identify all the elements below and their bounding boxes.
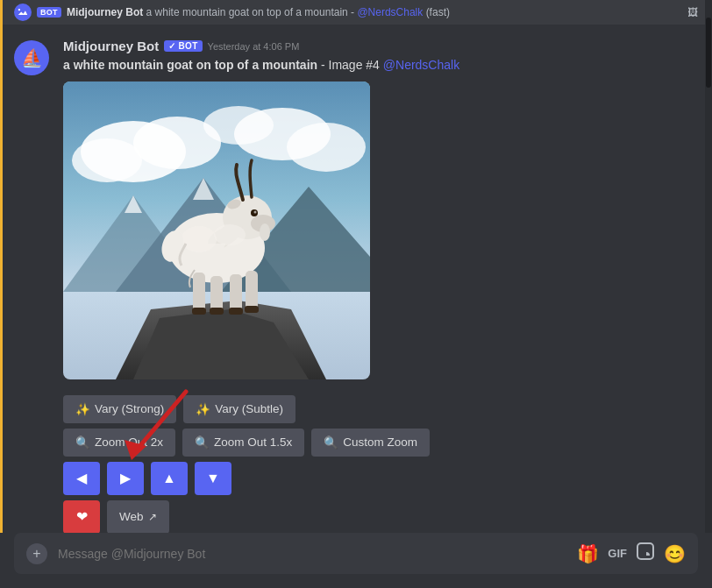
arrow-right-button[interactable]: ▶ <box>107 462 144 495</box>
gif-button[interactable]: GIF <box>608 547 627 560</box>
top-bar-speed: (fast) <box>426 6 450 18</box>
buttons-area: ✨ Vary (Strong) ✨ Vary (Subtle) 🔍 Zoom O… <box>0 395 712 533</box>
svg-rect-27 <box>229 308 243 315</box>
web-label: Web <box>119 510 144 523</box>
top-bar-bot-badge: BOT <box>37 7 61 18</box>
custom-zoom-label: Custom Zoom <box>343 436 417 449</box>
top-bar-message: BOT Midjourney Bot a white mountain goat… <box>0 0 712 25</box>
message-content: Midjourney Bot ✓ BOT Yesterday at 4:06 P… <box>63 39 698 388</box>
message-header: Midjourney Bot ✓ BOT Yesterday at 4:06 P… <box>63 39 698 53</box>
vary-strong-icon: ✨ <box>75 402 90 416</box>
message-mention: @NerdsChalk <box>383 58 459 72</box>
top-bar-username: Midjourney Bot <box>67 6 143 18</box>
svg-point-0 <box>18 9 20 11</box>
svg-rect-24 <box>246 271 258 311</box>
bot-badge: ✓ BOT <box>164 40 202 52</box>
generated-image[interactable] <box>63 81 370 379</box>
custom-zoom-icon: 🔍 <box>324 436 338 450</box>
svg-point-30 <box>214 224 246 245</box>
svg-point-29 <box>182 226 217 252</box>
arrow-left-icon: ◀ <box>76 470 87 486</box>
zoom-buttons-row: 🔍 Zoom Out 2x 🔍 Zoom Out 1.5x 🔍 Custom Z… <box>63 429 698 457</box>
arrow-buttons-row: ◀ ▶ ▲ <box>63 462 698 495</box>
top-bar-text: Midjourney Bot a white mountain goat on … <box>67 6 450 18</box>
web-button[interactable]: Web ↗ <box>107 500 169 533</box>
sticker-icon[interactable] <box>636 542 655 565</box>
message-container: ⛵ Midjourney Bot ✓ BOT Yesterday at 4:06… <box>0 32 712 395</box>
vary-strong-label: Vary (Strong) <box>95 402 164 415</box>
plus-icon: + <box>32 546 40 562</box>
message-input-bar: + 🎁 GIF 😊 <box>14 533 698 574</box>
svg-point-6 <box>287 123 366 172</box>
image-icon: 🖼 <box>687 6 698 18</box>
svg-rect-21 <box>193 273 205 312</box>
zoom-2x-label: Zoom Out 2x <box>95 436 163 449</box>
vary-strong-button[interactable]: ✨ Vary (Strong) <box>63 395 176 423</box>
gift-icon[interactable]: 🎁 <box>577 543 599 564</box>
external-link-icon: ↗ <box>148 511 157 523</box>
svg-point-7 <box>203 106 274 145</box>
message-input[interactable] <box>58 547 566 561</box>
emoji-icon[interactable]: 😊 <box>664 543 686 564</box>
svg-rect-28 <box>245 306 259 313</box>
chat-wrapper: BOT Midjourney Bot a white mountain goat… <box>0 0 712 533</box>
scrollbar[interactable] <box>705 0 712 533</box>
timestamp: Yesterday at 4:06 PM <box>208 41 300 52</box>
action-buttons-row: ❤ Web ↗ <box>63 500 698 533</box>
top-bar-avatar <box>14 4 32 21</box>
heart-button[interactable]: ❤ <box>63 500 100 533</box>
svg-rect-23 <box>230 274 242 313</box>
vary-subtle-icon: ✨ <box>196 402 210 416</box>
svg-point-32 <box>260 223 270 241</box>
arrow-up-button[interactable]: ▲ <box>151 462 188 495</box>
avatar: ⛵ <box>14 40 49 75</box>
svg-point-19 <box>254 210 257 213</box>
heart-icon: ❤ <box>76 508 88 525</box>
message-text: a white mountain goat on top of a mounta… <box>63 57 698 74</box>
arrow-down-button[interactable]: ▼ <box>195 462 231 495</box>
svg-rect-22 <box>210 276 223 313</box>
top-bar-message-text: a white mountain goat on top of a mounta… <box>146 6 358 18</box>
arrow-up-icon: ▲ <box>162 471 176 486</box>
message-suffix: - Image #4 <box>321 58 383 72</box>
arrow-left-button[interactable]: ◀ <box>63 462 100 495</box>
zoom-2x-icon: 🔍 <box>75 436 90 450</box>
avatar-icon: ⛵ <box>21 47 43 68</box>
message-bold-text: a white mountain goat on top of a mounta… <box>63 58 317 72</box>
username: Midjourney Bot <box>63 39 159 53</box>
zoom-out-2x-button[interactable]: 🔍 Zoom Out 2x <box>63 429 175 457</box>
zoom-1-5x-icon: 🔍 <box>195 436 210 450</box>
zoom-out-1-5x-button[interactable]: 🔍 Zoom Out 1.5x <box>182 429 304 457</box>
svg-point-4 <box>72 138 142 182</box>
chat-area: ⛵ Midjourney Bot ✓ BOT Yesterday at 4:06… <box>0 25 712 533</box>
vary-buttons-row: ✨ Vary (Strong) ✨ Vary (Subtle) <box>63 395 698 423</box>
svg-rect-35 <box>637 543 653 559</box>
input-icons-group: 🎁 GIF 😊 <box>577 542 686 565</box>
top-bar-mention: @NerdsChalk <box>357 6 423 18</box>
arrow-down-icon: ▼ <box>206 471 220 486</box>
svg-rect-25 <box>192 308 206 315</box>
vary-subtle-label: Vary (Subtle) <box>215 402 283 415</box>
add-attachment-button[interactable]: + <box>26 543 47 564</box>
vary-subtle-button[interactable]: ✨ Vary (Subtle) <box>183 395 295 423</box>
scroll-thumb <box>706 18 711 88</box>
svg-rect-26 <box>210 308 224 315</box>
custom-zoom-button[interactable]: 🔍 Custom Zoom <box>311 429 430 457</box>
zoom-1-5x-label: Zoom Out 1.5x <box>214 436 292 449</box>
arrow-right-icon: ▶ <box>120 470 131 486</box>
